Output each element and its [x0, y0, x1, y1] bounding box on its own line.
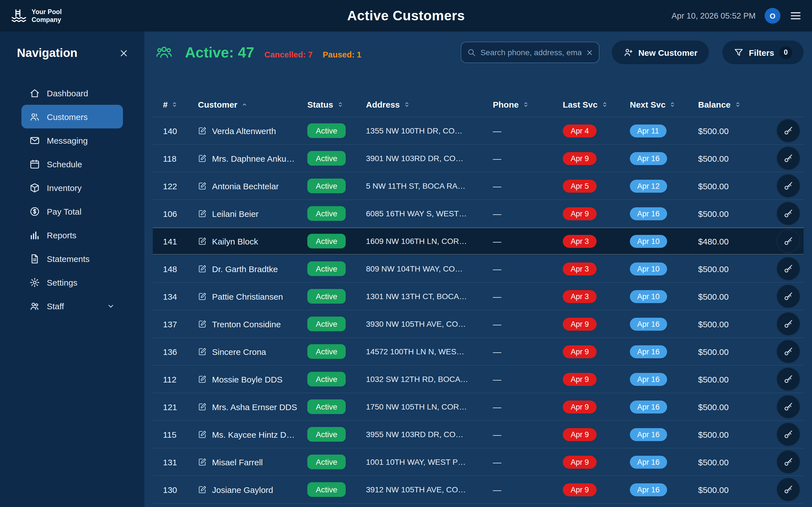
edit-customer-icon[interactable] [198, 181, 207, 190]
column-header-next-svc[interactable]: Next Svc [630, 100, 698, 109]
edit-customer-icon[interactable] [198, 264, 207, 273]
sidebar-item-customers[interactable]: Customers [21, 105, 123, 128]
address-link[interactable]: 1301 NW 13TH CT, BOCA… [366, 292, 474, 301]
service-key-button[interactable] [776, 340, 800, 363]
table-row[interactable]: 141Kailyn BlockActive1609 NW 106TH LN, C… [153, 228, 804, 255]
sidebar-item-pay-total[interactable]: Pay Total [21, 200, 123, 223]
close-icon[interactable] [119, 48, 129, 58]
next-svc-cell: Apr 16 [630, 483, 698, 496]
table-row[interactable]: 130Josiane GaylordActive3912 NW 105TH AV… [153, 476, 804, 504]
last-svc-cell: Apr 9 [563, 455, 630, 468]
address-link[interactable]: 1750 NW 105TH LN, COR… [366, 402, 474, 411]
new-customer-button[interactable]: New Customer [612, 41, 709, 64]
column-header-last-svc[interactable]: Last Svc [563, 100, 630, 109]
status-badge: Active [307, 151, 346, 166]
edit-customer-icon[interactable] [198, 209, 207, 218]
cancelled-count-label: Cancelled: 7 [264, 50, 313, 59]
address-link[interactable]: 1032 SW 12TH RD, BOCA… [366, 375, 475, 384]
search-input[interactable] [480, 48, 581, 57]
column-header-balance[interactable]: Balance [698, 100, 763, 109]
column-header-customer[interactable]: Customer [198, 100, 307, 109]
edit-customer-icon[interactable] [198, 402, 207, 411]
search-box[interactable] [461, 42, 599, 63]
address-link[interactable]: 5 NW 11TH ST, BOCA RA… [366, 181, 472, 190]
service-key-button[interactable] [776, 312, 800, 336]
table-row[interactable]: 122Antonia BechtelarActive5 NW 11TH ST, … [153, 172, 804, 200]
table-row[interactable]: 131Misael FarrellActive1001 10TH WAY, WE… [153, 448, 804, 476]
sidebar-item-inventory[interactable]: Inventory [21, 176, 123, 200]
column-label: Next Svc [630, 100, 666, 109]
column-header-phone[interactable]: Phone [493, 100, 563, 109]
address-link[interactable]: 1609 NW 106TH LN, COR… [366, 237, 474, 245]
next-svc-cell: Apr 11 [630, 124, 698, 137]
table-row[interactable]: 148Dr. Garth BradtkeActive809 NW 104TH W… [153, 255, 804, 283]
service-key-button[interactable] [776, 422, 800, 446]
service-key-button[interactable] [776, 284, 800, 308]
column-header-num[interactable]: # [153, 100, 198, 109]
table-row[interactable]: 121Mrs. Asha Ernser DDSActive1750 NW 105… [153, 393, 804, 421]
edit-customer-icon[interactable] [198, 320, 207, 328]
company-logo[interactable]: Your Pool Company [10, 7, 62, 24]
service-key-button[interactable] [776, 229, 800, 253]
sidebar-item-dashboard[interactable]: Dashboard [21, 81, 123, 105]
address-link[interactable]: 6085 16TH WAY S, WEST… [366, 209, 473, 218]
column-header-address[interactable]: Address [366, 100, 493, 109]
service-key-button[interactable] [776, 202, 800, 225]
column-header-status[interactable]: Status [307, 100, 366, 109]
edit-customer-icon[interactable] [198, 126, 207, 135]
customer-number: 112 [153, 374, 198, 384]
hamburger-menu-icon[interactable] [790, 10, 802, 22]
edit-customer-icon[interactable] [198, 237, 207, 245]
sidebar-item-schedule[interactable]: Schedule [21, 152, 123, 176]
address-link[interactable]: 1355 NW 100TH DR, CO… [366, 126, 469, 135]
service-key-button[interactable] [776, 367, 800, 391]
table-row[interactable]: 136Sincere CronaActive14572 100TH LN N, … [153, 338, 804, 365]
address-link[interactable]: 1001 10TH WAY, WEST P… [366, 457, 472, 466]
edit-customer-icon[interactable] [198, 375, 207, 384]
service-key-button[interactable] [776, 119, 800, 143]
service-key-button[interactable] [776, 147, 800, 170]
table-row[interactable]: 106Leilani BeierActive6085 16TH WAY S, W… [153, 200, 804, 228]
last-svc-cell: Apr 9 [563, 207, 630, 220]
address-link[interactable]: 809 NW 104TH WAY, CO… [366, 264, 469, 273]
sidebar-item-statements[interactable]: Statements [21, 247, 123, 270]
service-key-button[interactable] [776, 257, 800, 281]
service-key-button[interactable] [776, 450, 800, 474]
gear-icon [29, 277, 40, 288]
service-key-button[interactable] [776, 174, 800, 198]
sidebar-item-reports[interactable]: Reports [21, 223, 123, 247]
sidebar-item-messaging[interactable]: Messaging [21, 128, 123, 152]
balance-value: $500.00 [698, 319, 763, 329]
address-link[interactable]: 3912 NW 105TH AVE, CO… [366, 485, 472, 494]
edit-customer-icon[interactable] [198, 154, 207, 163]
edit-customer-icon[interactable] [198, 430, 207, 439]
edit-customer-icon[interactable] [198, 485, 207, 494]
address-link[interactable]: 14572 100TH LN N, WES… [366, 347, 471, 356]
actions-cell [763, 174, 804, 198]
edit-customer-icon[interactable] [198, 457, 207, 466]
edit-customer-icon[interactable] [198, 347, 207, 356]
address-link[interactable]: 3901 NW 103RD DR, CO… [366, 154, 470, 163]
table-row[interactable]: 118Mrs. Daphnee Anku…Active3901 NW 103RD… [153, 145, 804, 172]
address-cell: 1001 10TH WAY, WEST P… [366, 457, 493, 466]
company-name: Your Pool Company [32, 8, 62, 24]
service-key-button[interactable] [776, 395, 800, 418]
address-link[interactable]: 3930 NW 105TH AVE, CO… [366, 320, 472, 328]
page-title: Active Customers [347, 8, 465, 24]
sidebar-item-settings[interactable]: Settings [21, 270, 123, 294]
clear-search-icon[interactable] [586, 49, 593, 56]
customer-name: Antonia Bechtelar [212, 181, 279, 191]
table-row[interactable]: 115Ms. Kaycee Hintz D…Active3955 NW 103R… [153, 421, 804, 448]
table-row[interactable]: 140Verda AltenwerthActive1355 NW 100TH D… [153, 117, 804, 145]
sidebar-item-staff[interactable]: Staff [21, 294, 123, 318]
avatar[interactable]: O [765, 8, 780, 24]
status-badge: Active [307, 234, 346, 248]
filters-button[interactable]: Filters 0 [722, 41, 804, 64]
service-key-button[interactable] [776, 478, 800, 501]
edit-customer-icon[interactable] [198, 292, 207, 301]
datetime-label: Apr 10, 2026 05:52 PM [672, 11, 756, 20]
table-row[interactable]: 137Trenton ConsidineActive3930 NW 105TH … [153, 311, 804, 338]
table-row[interactable]: 134Pattie ChristiansenActive1301 NW 13TH… [153, 283, 804, 311]
address-link[interactable]: 3955 NW 103RD DR, CO… [366, 430, 470, 439]
table-row[interactable]: 112Mossie Boyle DDSActive1032 SW 12TH RD… [153, 365, 804, 393]
